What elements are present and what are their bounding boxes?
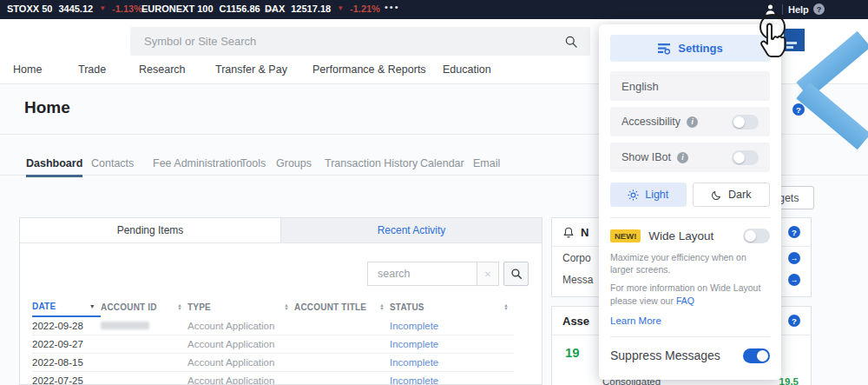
ticker-stoxx50[interactable]: STOXX 50 3445.12 ▼ -1.13% [7,3,142,14]
overlay-logo-square [784,29,805,51]
info-icon[interactable]: i [687,116,698,128]
ticker-name: STOXX 50 [7,3,52,14]
user-menu-icon[interactable] [764,3,777,17]
tab-transaction-history[interactable]: Transaction History [325,157,418,175]
dark-theme-button[interactable]: Dark [693,183,771,207]
tab-calendar[interactable]: Calendar [420,157,464,175]
tab-fee-administration[interactable]: Fee Administration [153,157,243,175]
arrow-right-icon[interactable]: → [788,252,800,264]
status-link[interactable]: Incomplete [390,316,514,335]
arrow-right-icon[interactable]: → [788,274,800,286]
ticker-value: 12517.18 [291,3,331,14]
ticker-dax[interactable]: DAX 12517.18 ▼ -1.21% [265,3,380,14]
notifications-help-icon[interactable]: ? [788,226,800,238]
column-header-date[interactable]: DATE ▼ [32,302,101,316]
topbar-divider [782,4,783,15]
ticker-value: C1156.86 [220,3,260,14]
app-window: STOXX 50 3445.12 ▼ -1.13% EURONEXT 100 C… [0,0,868,385]
table-header-row: DATE ▼ ACCOUNT ID ▲▼ TYPE ▲▼ ACCOUNT TIT… [32,302,514,316]
ticker-value: 3445.12 [58,3,93,14]
show-ibot-toggle[interactable] [732,150,759,165]
sort-icon: ▲▼ [379,303,385,311]
assets-total-value: 19 [565,345,580,360]
tab-groups[interactable]: Groups [276,157,312,175]
table-search-box[interactable] [367,262,477,286]
ticker-change: -1.21% [350,3,380,14]
column-header-account-id[interactable]: ACCOUNT ID ▲▼ [101,302,187,316]
suppress-messages-row: Suppress Messages [610,348,770,363]
accessibility-row: Accessibility i [610,107,770,136]
notifications-title: N [581,226,589,239]
wide-layout-row: NEW! Wide Layout [610,229,770,243]
sort-icon: ▲▼ [284,303,289,311]
help-button[interactable]: Help [788,4,809,15]
theme-switcher: Light Dark [610,183,770,207]
assets-help-icon[interactable]: ? [788,315,800,327]
bell-icon [562,226,575,239]
info-icon[interactable]: i [677,152,688,163]
status-link[interactable]: Incomplete [390,354,514,372]
table-search-button[interactable] [503,262,529,286]
nav-research[interactable]: Research [139,63,186,76]
global-search-box[interactable] [130,27,590,56]
pending-items-table: DATE ▼ ACCOUNT ID ▲▼ TYPE ▲▼ ACCOUNT TIT… [32,302,514,385]
consolidated-value: 19,5 [779,376,799,385]
page-help-icon[interactable]: ? [792,103,805,116]
status-link[interactable]: Incomplete [390,335,514,354]
clear-search-icon[interactable]: ✕ [477,262,499,286]
tab-pending-items[interactable]: Pending Items [20,218,280,242]
nav-performance-reports[interactable]: Performance & Reports [312,63,426,76]
settings-menu-item[interactable]: Settings [610,35,770,62]
table-row[interactable]: 2022-07-25 Account Application Incomplet… [32,372,514,385]
column-header-type[interactable]: TYPE ▲▼ [187,302,294,316]
page-title: Home [24,98,70,117]
menu-divider [610,336,770,337]
nav-transfer-pay[interactable]: Transfer & Pay [215,63,287,76]
tab-tools[interactable]: Tools [240,157,266,175]
tab-dashboard[interactable]: Dashboard [26,157,82,177]
light-theme-button[interactable]: Light [610,183,687,207]
card-tabs: Pending Items Recent Activity [20,218,542,243]
sort-icon: ▲▼ [503,303,509,311]
tab-recent-activity[interactable]: Recent Activity [280,218,542,242]
global-search-input[interactable] [142,34,557,49]
accessibility-toggle[interactable] [732,115,759,129]
settings-icon [657,43,671,55]
tab-email[interactable]: Email [473,157,500,175]
down-arrow-icon: ▼ [99,5,106,12]
table-row[interactable]: 2022-09-27 Account Application Incomplet… [32,335,514,354]
search-icon[interactable] [564,35,578,49]
ticker-name: EURONEXT 100 [141,3,214,14]
logo-text-line [786,42,797,44]
faq-link[interactable]: FAQ [676,295,694,306]
sort-icon: ▲▼ [177,303,182,311]
column-header-status[interactable]: STATUS ▲▼ [390,302,514,316]
help-question-icon[interactable]: ? [813,3,825,15]
suppress-messages-toggle[interactable] [743,348,770,363]
status-link[interactable]: Incomplete [390,372,514,385]
ticker-euronext100[interactable]: EURONEXT 100 C1156.86 — [141,3,276,14]
redacted-account-id [101,322,149,329]
nav-trade[interactable]: Trade [78,63,106,76]
table-search-input[interactable] [376,267,469,281]
tab-contacts[interactable]: Contacts [91,157,134,175]
column-header-account-title[interactable]: ACCOUNT TITLE ▲▼ [294,302,390,316]
menu-divider [610,217,770,218]
wide-layout-toggle[interactable] [743,229,770,243]
ticker-name: DAX [265,3,285,14]
table-row[interactable]: 2022-08-15 Account Application Incomplet… [32,354,514,372]
wide-layout-info: For more information on Wide Layout plea… [610,282,770,307]
show-ibot-row: Show IBot i [610,143,770,172]
ticker-overflow-menu[interactable]: ••• [385,2,400,12]
nav-home[interactable]: Home [13,63,42,76]
learn-more-link[interactable]: Learn More [610,315,770,326]
assets-title: Asse [562,315,589,328]
moon-icon [711,189,722,201]
nav-education[interactable]: Education [443,63,491,76]
table-row[interactable]: 2022-09-28 Account Application Incomplet… [32,316,514,335]
pending-items-card: Pending Items Recent Activity ✕ DATE [19,217,542,385]
sun-icon [628,189,639,201]
language-select[interactable]: English ▼ [610,71,770,101]
search-icon [510,268,523,280]
new-badge: NEW! [610,229,641,242]
